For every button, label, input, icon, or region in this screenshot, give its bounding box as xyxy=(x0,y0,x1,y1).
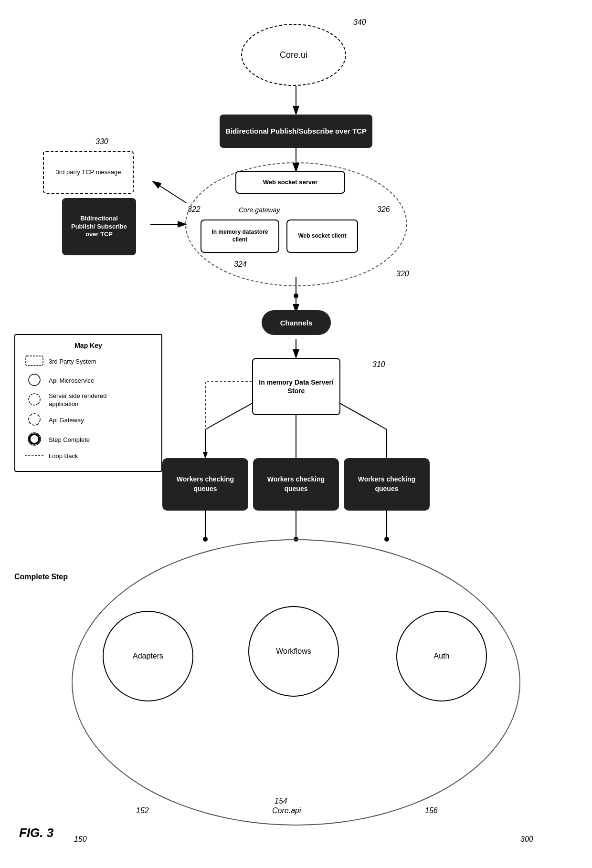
key-shape-api-gw xyxy=(25,412,44,428)
map-key-title: Map Key xyxy=(25,342,152,349)
svg-point-27 xyxy=(30,434,39,444)
svg-point-25 xyxy=(29,394,40,405)
workflows-node: Workflows xyxy=(248,606,339,697)
map-key-item-loop-back: Loop Back xyxy=(25,451,152,460)
bidir-tcp-left-node: Bidirectional Publish/ Subscribe over TC… xyxy=(62,198,136,255)
adapters-node: Adapters xyxy=(103,611,193,701)
key-label-api-gw: Api Gateway xyxy=(49,417,84,424)
ref-340: 340 xyxy=(353,18,366,27)
ref-152: 152 xyxy=(136,806,149,815)
core-ui-node: Core.ui xyxy=(241,24,346,86)
key-shape-step-complete xyxy=(25,432,44,448)
ref-330: 330 xyxy=(95,137,108,146)
ref-324: 324 xyxy=(234,260,247,269)
auth-node: Auth xyxy=(396,611,487,701)
core-gateway-label: Core.gateway xyxy=(239,206,280,214)
key-label-loop-back: Loop Back xyxy=(49,452,78,460)
key-shape-3rdparty xyxy=(25,354,44,369)
map-key-box: Map Key 3rd Party System Api Microservic… xyxy=(14,334,162,472)
diagram-container: 340 Core.ui Bidirectional Publish/Subscr… xyxy=(0,0,592,868)
in-memory-store-node: In memory Data Server/ Store xyxy=(252,358,340,415)
svg-point-14 xyxy=(203,537,208,542)
key-label-3rdparty: 3rd Party System xyxy=(49,358,96,365)
complete-step-label: Complete Step xyxy=(14,573,68,581)
ref-326: 326 xyxy=(377,205,390,214)
map-key-item-api-gw: Api Gateway xyxy=(25,412,152,428)
key-shape-api-micro xyxy=(25,373,44,388)
svg-point-26 xyxy=(29,414,40,425)
svg-rect-23 xyxy=(26,356,43,366)
ref-320: 320 xyxy=(396,270,409,278)
map-key-item-step-complete: Step Complete xyxy=(25,432,152,448)
svg-point-24 xyxy=(29,374,40,386)
in-memory-client-node: In memory datastore client xyxy=(201,220,279,253)
workers3-node: Workers checking queues xyxy=(344,458,430,511)
map-key-item-3rdparty: 3rd Party System xyxy=(25,354,152,369)
svg-point-5 xyxy=(294,293,298,298)
third-party-node: 3rd party TCP message xyxy=(43,151,134,194)
key-label-step-complete: Step Complete xyxy=(49,436,90,443)
workers1-node: Workers checking queues xyxy=(162,458,248,511)
ref-300: 300 xyxy=(520,835,533,844)
ref-154: 154 xyxy=(275,797,287,805)
key-label-api-micro: Api Microservice xyxy=(49,377,94,384)
key-label-ssr: Server side renderedapplication xyxy=(49,392,106,408)
fig-label: FIG. 3 xyxy=(19,826,53,840)
core-api-label: Core.api xyxy=(272,806,301,815)
web-socket-server-node: Web socket server xyxy=(235,171,345,194)
map-key-item-api-micro: Api Microservice xyxy=(25,373,152,388)
svg-point-18 xyxy=(384,537,389,542)
workers2-node: Workers checking queues xyxy=(253,458,339,511)
channels-node: Channels xyxy=(262,310,331,335)
key-shape-ssr xyxy=(25,392,44,408)
bidir-tcp-top-node: Bidirectional Publish/Subscribe over TCP xyxy=(220,115,372,148)
ref-156: 156 xyxy=(425,806,438,815)
web-socket-client-node: Web socket client xyxy=(286,220,358,253)
ref-310: 310 xyxy=(372,360,385,369)
ref-150: 150 xyxy=(74,835,87,844)
svg-line-20 xyxy=(153,181,186,203)
map-key-item-ssr: Server side renderedapplication xyxy=(25,392,152,408)
key-shape-loop-back xyxy=(25,451,44,460)
ref-322: 322 xyxy=(188,205,201,214)
